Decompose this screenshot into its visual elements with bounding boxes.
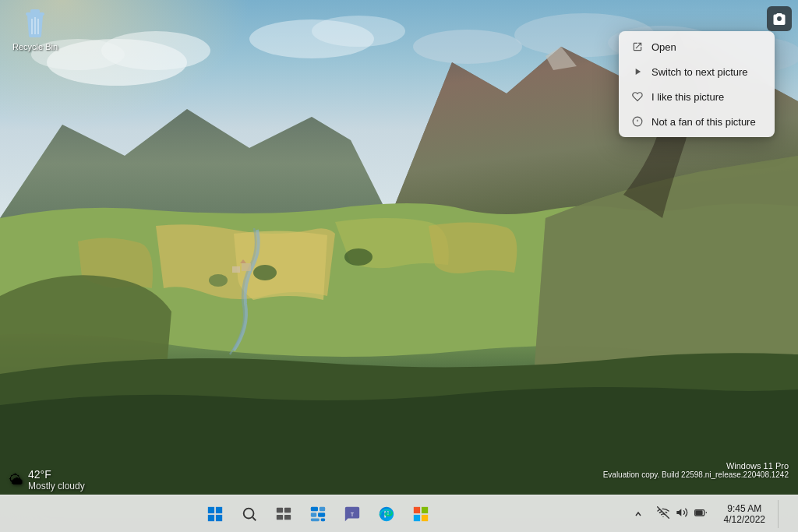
weather-icon: 🌥: [9, 472, 23, 488]
clock-display[interactable]: 9:45 AM 4/12/2022: [718, 502, 772, 527]
eval-copy-text: Evaluation copy. Build 22598.ni_release.…: [603, 470, 789, 479]
weather-temperature: 42°F: [28, 468, 85, 481]
weather-condition: Mostly cloudy: [28, 481, 85, 491]
eval-watermark: Windows 11 Pro Evaluation copy. Build 22…: [603, 461, 789, 479]
svg-rect-37: [277, 507, 283, 512]
svg-rect-24: [30, 9, 40, 13]
recycle-bin-icon[interactable]: Recycle Bin: [8, 8, 62, 52]
svg-rect-17: [242, 263, 251, 271]
edge-browser-button[interactable]: [371, 499, 402, 530]
svg-point-20: [253, 265, 277, 280]
svg-line-36: [253, 517, 256, 520]
svg-rect-43: [311, 513, 316, 517]
svg-rect-33: [208, 514, 214, 520]
search-button[interactable]: [234, 499, 265, 530]
svg-rect-18: [232, 266, 240, 273]
svg-rect-38: [284, 507, 291, 512]
windows-edition: Windows 11 Pro: [603, 461, 789, 470]
start-button[interactable]: [200, 499, 231, 530]
svg-text:T: T: [351, 510, 355, 517]
context-menu-open[interactable]: Open: [619, 34, 775, 59]
network-icon: [657, 506, 669, 521]
switch-next-label: Switch to next picture: [651, 66, 748, 78]
svg-point-21: [209, 274, 228, 287]
svg-rect-39: [277, 514, 283, 519]
chat-button[interactable]: T: [337, 499, 368, 530]
context-menu-like[interactable]: I like this picture: [619, 84, 775, 109]
svg-rect-51: [422, 514, 428, 520]
svg-rect-32: [216, 506, 222, 513]
task-view-button[interactable]: [268, 499, 299, 530]
svg-marker-52: [676, 509, 681, 516]
tray-icons-group[interactable]: [651, 503, 713, 524]
weather-widget[interactable]: 🌥 42°F Mostly cloudy: [0, 465, 94, 495]
svg-rect-44: [318, 513, 325, 517]
context-menu-not-fan[interactable]: Not a fan of this picture: [619, 109, 775, 134]
svg-point-35: [244, 508, 254, 518]
svg-point-22: [344, 248, 373, 266]
svg-rect-48: [414, 506, 420, 513]
clock-time: 9:45 AM: [727, 503, 761, 514]
widgets-button[interactable]: [302, 499, 334, 530]
svg-rect-42: [320, 506, 325, 511]
clock-date: 4/12/2022: [724, 514, 765, 525]
open-icon: [631, 41, 644, 53]
show-hidden-icons-button[interactable]: [630, 506, 646, 522]
svg-rect-41: [311, 506, 318, 511]
svg-rect-55: [696, 511, 702, 515]
like-label: I like this picture: [651, 91, 724, 103]
svg-rect-31: [208, 506, 214, 513]
recycle-bin-image: [19, 8, 51, 39]
recycle-bin-label: Recycle Bin: [12, 42, 58, 52]
context-menu-switch-next[interactable]: Switch to next picture: [619, 59, 775, 84]
system-tray: 9:45 AM 4/12/2022: [630, 500, 798, 528]
svg-rect-49: [422, 506, 428, 513]
show-desktop-button[interactable]: [778, 500, 789, 528]
context-menu: Open Switch to next picture I like this …: [619, 31, 775, 137]
taskbar: T: [0, 495, 798, 532]
not-fan-label: Not a fan of this picture: [651, 116, 756, 128]
svg-rect-46: [321, 518, 326, 521]
svg-point-6: [312, 16, 405, 47]
svg-rect-45: [311, 518, 320, 521]
not-fan-icon: [631, 115, 644, 128]
camera-button[interactable]: [767, 6, 792, 31]
open-label: Open: [651, 41, 676, 53]
volume-icon: [676, 506, 688, 521]
svg-rect-34: [216, 514, 222, 520]
store-button[interactable]: [405, 499, 436, 530]
svg-point-7: [413, 30, 522, 64]
svg-rect-50: [414, 514, 420, 520]
svg-rect-40: [284, 514, 291, 519]
next-picture-icon: [631, 65, 644, 78]
battery-icon: [694, 506, 707, 521]
like-icon: [631, 90, 644, 103]
taskbar-center: T: [6, 499, 630, 530]
